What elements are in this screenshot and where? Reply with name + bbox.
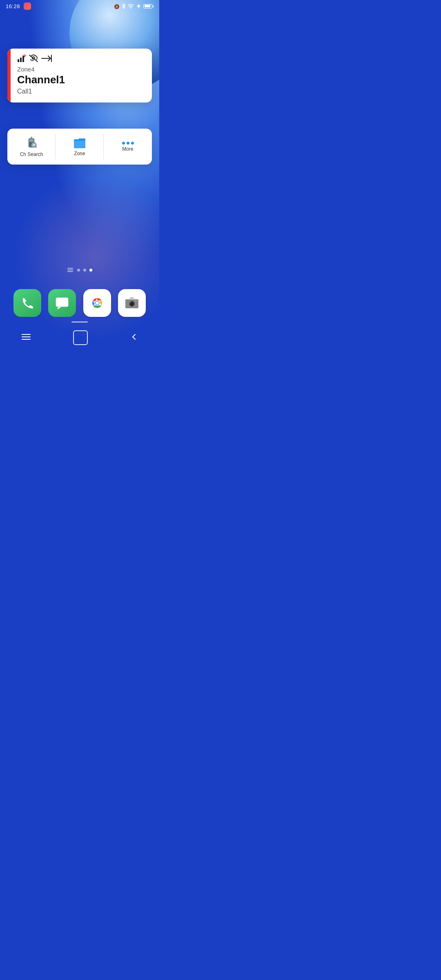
- notification-content: Zone4 Channel1 Call1: [11, 49, 152, 102]
- svg-rect-4: [22, 56, 24, 62]
- page-dot-3-active: [89, 269, 92, 272]
- page-dot-2: [83, 269, 86, 272]
- page-dot-1: [77, 269, 80, 272]
- svg-rect-14: [31, 137, 32, 139]
- svg-text:🔕: 🔕: [114, 4, 120, 9]
- ch-search-label: Ch Search: [20, 151, 43, 157]
- lower-bg-decoration: [0, 159, 159, 354]
- status-time: 16:28: [6, 3, 20, 9]
- notification-accent-bar: [7, 49, 11, 102]
- svg-point-23: [96, 301, 99, 305]
- nav-back-icon: [130, 333, 138, 341]
- messages-icon: [55, 296, 69, 310]
- phone-icon: [20, 296, 35, 310]
- page-indicator: [0, 268, 159, 272]
- nav-home-button[interactable]: [73, 330, 88, 345]
- dot-2: [127, 142, 129, 145]
- more-dots-icon: [122, 142, 134, 145]
- nav-recents-button[interactable]: [21, 333, 31, 342]
- wifi-icon: [128, 4, 134, 9]
- zone-icon: [73, 137, 86, 149]
- status-right: 🔕: [114, 3, 154, 9]
- channel-enter-icon: [41, 54, 52, 62]
- home-indicator: [71, 321, 88, 323]
- status-left: 16:28: [6, 2, 31, 10]
- battery-icon: [143, 4, 154, 9]
- notification-icons-row: [17, 54, 145, 62]
- chrome-icon: [89, 295, 105, 311]
- svg-rect-10: [29, 139, 33, 142]
- chrome-app-icon[interactable]: [83, 289, 111, 317]
- zone-label: Zone: [74, 151, 85, 156]
- page-line-3: [67, 271, 73, 272]
- mute-icon: 🔕: [114, 3, 120, 9]
- dot-1: [122, 142, 125, 145]
- notification-channel: Channel1: [17, 74, 145, 86]
- signal-arrow-icon: [17, 54, 26, 62]
- ch-search-button[interactable]: Ch Search: [7, 129, 56, 165]
- messages-app-icon[interactable]: [48, 289, 76, 317]
- notification-zone: Zone4: [17, 66, 145, 73]
- ch-search-icon: [25, 136, 38, 150]
- status-bar: 16:28 🔕: [0, 0, 159, 12]
- svg-rect-13: [29, 145, 31, 146]
- svg-rect-2: [18, 59, 19, 62]
- airplane-icon: [136, 3, 141, 9]
- phone-app-icon[interactable]: [13, 289, 41, 317]
- more-button[interactable]: More: [104, 129, 152, 165]
- more-label: More: [122, 146, 133, 152]
- nav-recents-icon: [21, 333, 31, 341]
- svg-rect-19: [56, 298, 68, 307]
- dot-3: [131, 142, 134, 145]
- quick-actions-bar: Ch Search Zone More: [7, 129, 152, 165]
- navigation-bar: [0, 326, 159, 354]
- status-app-icon: [24, 2, 31, 10]
- svg-rect-30: [135, 301, 137, 302]
- zone-button[interactable]: Zone: [56, 129, 104, 165]
- notification-card[interactable]: Zone4 Channel1 Call1: [7, 49, 152, 102]
- page-line-1: [67, 268, 73, 269]
- app-dock: [0, 289, 159, 317]
- svg-rect-3: [20, 58, 22, 62]
- bluetooth-icon: [122, 3, 126, 9]
- svg-point-1: [130, 8, 131, 9]
- nav-back-button[interactable]: [130, 333, 138, 343]
- page-lines-icon: [67, 268, 73, 272]
- notification-call: Call1: [17, 88, 145, 95]
- no-monitor-icon: [29, 54, 38, 62]
- svg-point-29: [130, 302, 131, 303]
- camera-app-icon[interactable]: [118, 289, 146, 317]
- page-line-2: [67, 270, 73, 270]
- camera-icon: [125, 296, 139, 310]
